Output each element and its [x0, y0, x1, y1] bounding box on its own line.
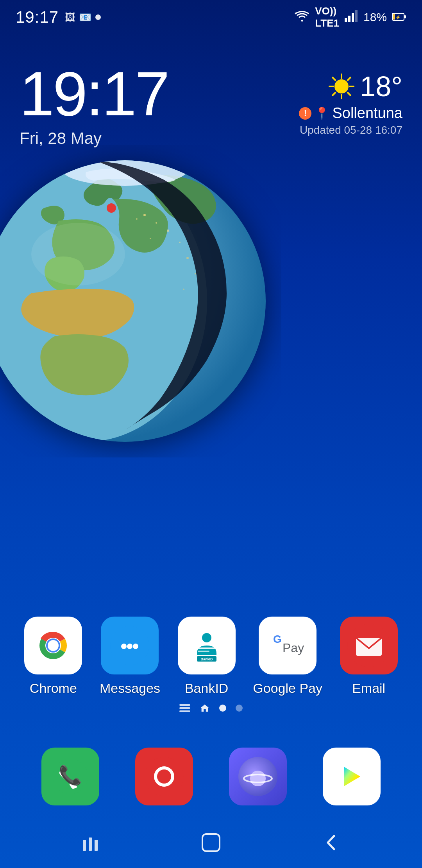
dot-indicator [95, 14, 101, 20]
signal-icon [345, 10, 358, 25]
bottom-dock: 📞 [0, 740, 422, 813]
camera-dock-icon[interactable] [135, 748, 193, 805]
recent-apps-icon [81, 833, 100, 852]
svg-text:+: + [295, 11, 297, 16]
status-bar: 19:17 🖼 📧 + VO))LTE1 18% [0, 0, 422, 31]
svg-line-16 [348, 77, 350, 80]
playstore-dock-item[interactable] [323, 748, 381, 805]
temperature: 18° [360, 70, 402, 102]
sun-icon [328, 73, 355, 100]
globe-container [0, 145, 281, 457]
chrome-app[interactable]: Chrome [24, 617, 82, 696]
svg-text:Pay: Pay [283, 641, 304, 655]
messages-icon[interactable] [101, 617, 159, 674]
page-indicator-dot-2 [236, 705, 243, 712]
page-indicator-home [200, 703, 210, 714]
home-button[interactable] [199, 831, 223, 854]
lte-text: VO))LTE1 [315, 5, 339, 29]
clock-section: 19:17 Fri, 28 May [20, 63, 168, 148]
svg-point-26 [167, 230, 169, 232]
gpay-app[interactable]: G Pay Google Pay [253, 617, 322, 696]
weather-top: 18° [299, 70, 402, 102]
svg-point-62 [250, 771, 266, 786]
svg-rect-68 [202, 834, 220, 851]
status-right: + VO))LTE1 18% ⚡ [295, 5, 406, 29]
svg-point-33 [31, 223, 125, 285]
svg-rect-3 [352, 13, 354, 22]
svg-point-27 [179, 242, 181, 243]
battery-icon: ⚡ [392, 11, 406, 24]
svg-point-29 [195, 273, 196, 274]
svg-line-17 [333, 93, 335, 95]
battery-level: 18% [363, 11, 387, 24]
svg-rect-7 [393, 14, 395, 20]
svg-rect-66 [89, 838, 92, 851]
svg-point-44 [202, 633, 211, 642]
location-name: Sollentuna [332, 105, 402, 122]
svg-point-40 [121, 644, 127, 649]
svg-point-42 [133, 644, 138, 649]
chrome-label: Chrome [30, 681, 77, 696]
wifi-icon: + [295, 10, 309, 25]
notification-icon: 📧 [79, 11, 91, 23]
phone-dock-icon[interactable]: 📞 [41, 748, 99, 805]
svg-point-9 [334, 79, 349, 93]
svg-rect-4 [355, 10, 358, 22]
camera-dock-item[interactable] [135, 748, 193, 805]
svg-point-25 [156, 222, 157, 224]
svg-point-59 [157, 769, 171, 784]
app-shelf: Chrome Messages [0, 609, 422, 704]
saturn-dock-icon[interactable] [229, 748, 287, 805]
location-pin-icon: 📍 [315, 106, 329, 120]
email-icon[interactable] [340, 617, 398, 674]
svg-rect-2 [348, 16, 350, 22]
back-button[interactable] [322, 833, 341, 852]
svg-point-32 [150, 238, 151, 239]
earth-globe [0, 145, 281, 457]
svg-point-31 [136, 218, 138, 220]
gpay-icon[interactable]: G Pay [259, 617, 316, 674]
page-indicator-dot-1 [219, 705, 226, 712]
svg-rect-1 [345, 18, 347, 22]
page-indicator-list [179, 704, 190, 712]
playstore-dock-icon[interactable] [323, 748, 381, 805]
clock-weather: 19:17 Fri, 28 May 18° ! 📍 Sollentuna Upd… [0, 47, 422, 148]
svg-text:G: G [273, 633, 282, 645]
messages-label: Messages [100, 681, 160, 696]
svg-point-38 [48, 640, 59, 651]
svg-point-28 [186, 257, 189, 259]
svg-point-41 [127, 644, 132, 649]
chrome-icon[interactable] [24, 617, 82, 674]
messages-app[interactable]: Messages [100, 617, 160, 696]
image-icon: 🖼 [65, 11, 75, 23]
weather-location: ! 📍 Sollentuna [299, 105, 402, 122]
email-app[interactable]: Email [340, 617, 398, 696]
page-indicators [0, 703, 422, 714]
phone-dock-item[interactable]: 📞 [41, 748, 99, 805]
svg-text:📞: 📞 [59, 764, 82, 786]
back-icon [322, 833, 341, 852]
svg-rect-45 [198, 647, 216, 649]
svg-rect-6 [404, 15, 406, 18]
weather-section: 18° ! 📍 Sollentuna Updated 05-28 16:07 [299, 70, 402, 136]
svg-rect-46 [198, 651, 209, 652]
gpay-label: Google Pay [253, 681, 322, 696]
recent-apps-button[interactable] [81, 833, 100, 852]
bankid-label: BankID [185, 681, 229, 696]
svg-point-30 [183, 289, 184, 290]
nav-bar [0, 817, 422, 868]
svg-line-15 [348, 93, 350, 95]
svg-marker-54 [200, 705, 209, 712]
bankid-app[interactable]: BankID BankID [178, 617, 236, 696]
email-label: Email [352, 681, 385, 696]
main-clock: 19:17 [20, 63, 168, 125]
bankid-icon[interactable]: BankID [178, 617, 236, 674]
location-marker [107, 203, 116, 213]
svg-text:⚡: ⚡ [395, 14, 401, 20]
svg-line-14 [333, 77, 335, 80]
status-icons: 🖼 📧 [65, 11, 101, 23]
saturn-dock-item[interactable] [229, 748, 287, 805]
weather-updated: Updated 05-28 16:07 [299, 124, 402, 136]
weather-alert-icon: ! [299, 107, 311, 120]
app-row: Chrome Messages [16, 609, 406, 704]
